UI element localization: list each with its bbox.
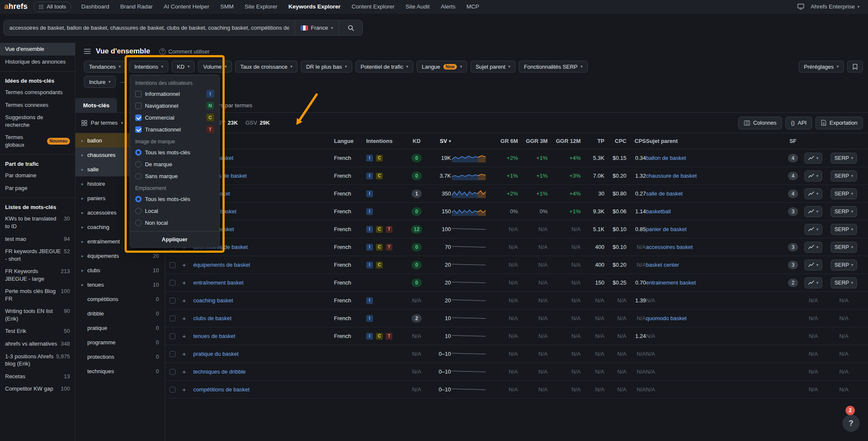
- serp-button[interactable]: SERP▾: [831, 188, 857, 199]
- sidebar-item-historique-des-annonces[interactable]: Historique des annonces: [0, 56, 75, 68]
- tab-mots-cl-s[interactable]: Mots-clés: [75, 98, 117, 112]
- filter-dr-le-plus-bas[interactable]: DR le plus bas▾: [301, 61, 352, 73]
- col-sf[interactable]: SF: [785, 138, 801, 144]
- col-cps[interactable]: CPS: [626, 138, 646, 144]
- reports-menu-icon[interactable]: [84, 48, 91, 54]
- location-option-local[interactable]: Local: [130, 205, 219, 217]
- intent-option-informationnel[interactable]: InformationnelI: [130, 88, 219, 100]
- add-keyword-button[interactable]: +: [182, 315, 186, 322]
- checkbox[interactable]: [135, 103, 142, 109]
- nav-item-content-explorer[interactable]: Content Explorer: [352, 3, 395, 10]
- bookmark-button[interactable]: [847, 61, 863, 73]
- add-keyword-button[interactable]: +: [182, 368, 186, 375]
- keyword-link[interactable]: coaching basket: [193, 297, 233, 304]
- apply-button[interactable]: Appliquer: [130, 231, 219, 247]
- parent-topic-link[interactable]: salle de basket: [646, 190, 683, 197]
- checkbox[interactable]: [135, 126, 142, 133]
- nav-item-site-explorer[interactable]: Site Explorer: [245, 3, 277, 10]
- col-ggr12m[interactable]: GGR 12M: [548, 138, 581, 144]
- nav-item-mcp[interactable]: MCP: [466, 3, 479, 10]
- position-history-button[interactable]: ▾: [804, 188, 822, 199]
- position-history-button[interactable]: ▾: [804, 260, 822, 271]
- keyword-link[interactable]: tenues de basket: [193, 333, 235, 339]
- location-option-tous-les-mots-cl-s[interactable]: Tous les mots-clés: [130, 193, 219, 205]
- filter-tendances[interactable]: Tendances▾: [84, 61, 126, 73]
- brand-option-tous-les-mots-cl-s[interactable]: Tous les mots-clés: [130, 146, 219, 158]
- presets-button[interactable]: Préréglages▾: [799, 61, 844, 73]
- serp-button[interactable]: SERP▾: [831, 170, 857, 181]
- serp-button[interactable]: SERP▾: [831, 153, 857, 164]
- add-keyword-button[interactable]: +: [182, 261, 186, 268]
- row-checkbox[interactable]: [170, 315, 175, 321]
- col-intentions[interactable]: Intentions: [366, 138, 407, 144]
- sidebar-item-termes-globaux[interactable]: Termes globauxNouveau: [0, 131, 75, 151]
- keyword-link[interactable]: techniques de dribble: [193, 368, 246, 375]
- cluster-item-dribble[interactable]: dribble0: [75, 306, 165, 321]
- keyword-link[interactable]: pratique du basket: [193, 351, 239, 357]
- parent-topic-link[interactable]: accessoires basket: [646, 244, 693, 250]
- row-checkbox[interactable]: [170, 333, 175, 339]
- sidebar-item-competitor-kw-gap[interactable]: Competitor KW gap100: [0, 382, 75, 395]
- cluster-item-pratique[interactable]: pratique0: [75, 321, 165, 335]
- cluster-item-programme[interactable]: programme0: [75, 335, 165, 349]
- serp-button[interactable]: SERP▾: [831, 260, 857, 271]
- filter-kd[interactable]: KD▾: [172, 61, 195, 73]
- cluster-item-techniques[interactable]: techniques0: [75, 364, 165, 378]
- sidebar-item-writing-tools-en-list-erik[interactable]: Writing tools EN list (Erik)90: [0, 305, 75, 325]
- nav-item-brand-radar[interactable]: Brand Radar: [120, 3, 153, 10]
- checkbox[interactable]: [135, 114, 142, 121]
- sidebar-item-termes-connexes[interactable]: Termes connexes: [0, 99, 75, 112]
- account-menu[interactable]: Ahrefs Enterprise ▾: [808, 3, 862, 10]
- sidebar-item-recetas[interactable]: Recetas13: [0, 370, 75, 383]
- position-history-button[interactable]: ▾: [804, 224, 822, 235]
- api-button[interactable]: {}API: [785, 117, 812, 129]
- ahrefs-logo[interactable]: ahrefs: [4, 2, 28, 11]
- serp-button[interactable]: SERP▾: [831, 277, 857, 288]
- display-icon[interactable]: [797, 3, 804, 10]
- cluster-item-quipements[interactable]: ▸équipements20: [75, 248, 165, 263]
- position-history-button[interactable]: ▾: [804, 206, 822, 217]
- cluster-item-protections[interactable]: protections0: [75, 349, 165, 364]
- sidebar-item-test-erik[interactable]: Test Erik50: [0, 325, 75, 338]
- parent-topic-link[interactable]: basketball: [646, 208, 671, 215]
- parent-topic-link[interactable]: chaussure de basket: [646, 173, 697, 179]
- brand-option-de-marque[interactable]: De marque: [130, 158, 219, 170]
- radio-button[interactable]: [135, 220, 142, 226]
- filter-langue[interactable]: LangueNew▾: [417, 61, 467, 73]
- sidebar-item-par-page[interactable]: Par page: [0, 182, 75, 195]
- cluster-item-tenues[interactable]: ▸tenues10: [75, 277, 165, 292]
- add-keyword-button[interactable]: +: [182, 279, 186, 286]
- nav-item-alerts[interactable]: Alerts: [441, 3, 456, 10]
- filter-potentiel-de-trafic[interactable]: Potentiel de trafic▾: [356, 61, 413, 73]
- parent-topic-link[interactable]: panier de basket: [646, 226, 687, 232]
- intent-option-commercial[interactable]: CommercialC: [130, 112, 219, 123]
- add-keyword-button[interactable]: +: [182, 386, 186, 393]
- nav-item-smm[interactable]: SMM: [220, 3, 234, 10]
- sidebar-item-ahrefs-vs-alternatives[interactable]: ahrefs vs alternatives348: [0, 338, 75, 350]
- nav-item-site-audit[interactable]: Site Audit: [406, 3, 430, 10]
- cluster-item-comp-titions[interactable]: compétitions0: [75, 292, 165, 306]
- keyword-link[interactable]: équipements de basket: [193, 262, 250, 268]
- keyword-link[interactable]: compétitions de basket: [193, 386, 250, 393]
- radio-button[interactable]: [135, 208, 142, 214]
- sidebar-item-kws-to-be-translated-to-id[interactable]: KWs to be translated to ID30: [0, 212, 75, 232]
- filter-volume[interactable]: Volume▾: [198, 61, 231, 73]
- sidebar-item-1-3-positions-ahrefs-blog-erik[interactable]: 1-3 positions Ahrefs blog (Erik)5,975: [0, 350, 75, 370]
- col-parent[interactable]: Sujet parent: [646, 138, 785, 144]
- filter-intentions[interactable]: Intentions▾Intentions des utilisateursIn…: [129, 61, 168, 73]
- position-history-button[interactable]: ▾: [804, 242, 822, 253]
- col-kd[interactable]: KD: [407, 138, 426, 144]
- radio-button[interactable]: [135, 149, 142, 156]
- how-to-use-link[interactable]: ? Comment utiliser: [159, 48, 210, 55]
- row-checkbox[interactable]: [170, 351, 175, 357]
- filter-taux-de-croissance[interactable]: Taux de croissance▾: [235, 61, 298, 73]
- sidebar-item-termes-correspondants[interactable]: Termes correspondants: [0, 86, 75, 99]
- keyword-link[interactable]: clubs de basket: [193, 315, 231, 321]
- help-button[interactable]: ? 2: [843, 415, 860, 432]
- nav-item-dashboard[interactable]: Dashboard: [81, 3, 109, 10]
- sidebar-item-fr-keywords-jbegue-large[interactable]: FR Keywords JBEGUE - large213: [0, 265, 75, 285]
- sidebar-item-fr-keywords-jbegue-short[interactable]: FR keywords JBEGUE - short52: [0, 245, 75, 265]
- cluster-item-clubs[interactable]: ▸clubs10: [75, 263, 165, 277]
- add-keyword-button[interactable]: +: [182, 297, 186, 304]
- add-keyword-button[interactable]: +: [182, 350, 186, 357]
